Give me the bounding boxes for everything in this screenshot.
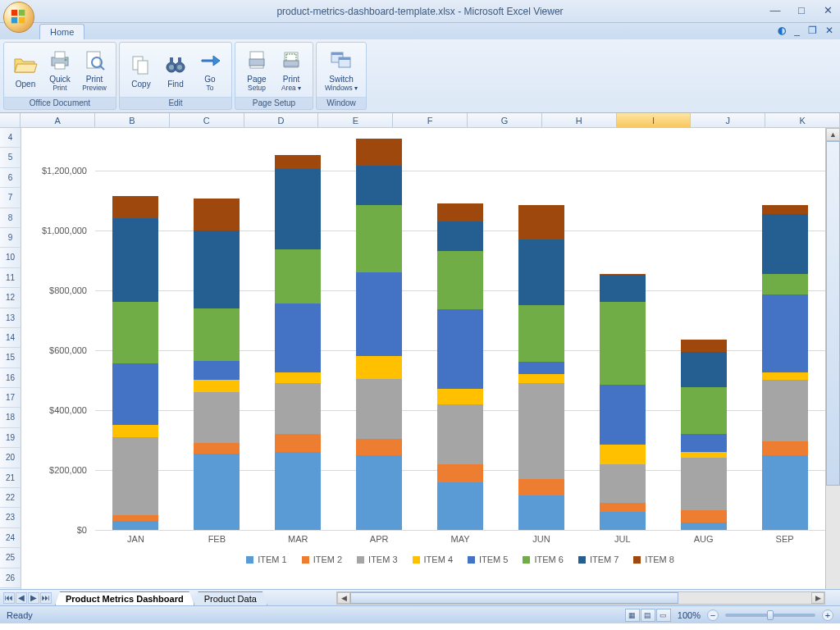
legend-item[interactable]: ITEM 4 — [413, 555, 453, 564]
row-header-21[interactable]: 21 — [0, 468, 21, 488]
row-header-10[interactable]: 10 — [0, 248, 21, 267]
row-header-11[interactable]: 11 — [0, 268, 21, 288]
bar-stack-FEB[interactable] — [194, 199, 240, 530]
zoom-in-button[interactable]: + — [822, 609, 833, 621]
column-header-K[interactable]: K — [765, 113, 840, 127]
copy-button[interactable]: Copy — [125, 50, 158, 90]
office-button[interactable] — [3, 2, 34, 33]
scroll-up-button[interactable]: ▲ — [826, 128, 840, 141]
vscroll-track[interactable] — [826, 486, 840, 591]
column-header-A[interactable]: A — [21, 113, 95, 127]
view-page-layout-button[interactable]: ▤ — [641, 609, 655, 622]
row-header-7[interactable]: 7 — [0, 188, 21, 208]
sheet-tab-product-data[interactable]: Product Data — [194, 591, 267, 605]
bar-slot-SEP — [744, 140, 825, 530]
goto-button[interactable]: GoTo — [194, 45, 226, 94]
row-header-17[interactable]: 17 — [0, 388, 21, 408]
bar-segment — [762, 214, 808, 274]
scroll-left-button[interactable]: ◀ — [337, 592, 350, 604]
scroll-right-button[interactable]: ▶ — [811, 592, 824, 604]
page-setup-button[interactable]: PageSetup — [240, 45, 273, 94]
help-icon[interactable]: ◐ — [778, 25, 786, 36]
row-header-26[interactable]: 26 — [0, 568, 21, 588]
print-area-button[interactable]: PrintArea ▾ — [275, 45, 308, 94]
tab-nav-last[interactable]: ⏭ — [40, 592, 52, 604]
row-header-14[interactable]: 14 — [0, 328, 21, 348]
doc-minimize-button[interactable]: _ — [794, 25, 800, 36]
row-header-25[interactable]: 25 — [0, 548, 21, 568]
open-button[interactable]: Open — [9, 50, 42, 90]
hscroll-track[interactable] — [678, 592, 811, 604]
row-header-19[interactable]: 19 — [0, 428, 21, 448]
row-header-13[interactable]: 13 — [0, 308, 21, 328]
print-preview-button[interactable]: PrintPreview — [78, 45, 111, 94]
view-page-break-button[interactable]: ▭ — [656, 609, 671, 622]
vscroll-thumb[interactable] — [826, 141, 840, 486]
row-header-6[interactable]: 6 — [0, 168, 21, 188]
row-header-22[interactable]: 22 — [0, 488, 21, 508]
zoom-level[interactable]: 100% — [678, 610, 701, 620]
row-header-18[interactable]: 18 — [0, 408, 21, 427]
bar-stack-SEP[interactable] — [762, 205, 808, 530]
column-header-C[interactable]: C — [170, 113, 244, 127]
tab-nav-next[interactable]: ▶ — [28, 592, 39, 604]
column-header-J[interactable]: J — [691, 113, 765, 127]
bar-stack-JUL[interactable] — [600, 274, 646, 530]
tab-home[interactable]: Home — [39, 24, 84, 39]
switch-windows-button[interactable]: SwitchWindows ▾ — [322, 45, 361, 94]
column-header-E[interactable]: E — [318, 113, 393, 127]
tab-nav-prev[interactable]: ◀ — [16, 592, 27, 604]
column-header-F[interactable]: F — [393, 113, 468, 127]
legend-item[interactable]: ITEM 6 — [523, 555, 563, 564]
legend-item[interactable]: ITEM 1 — [246, 555, 286, 564]
bar-stack-JUN[interactable] — [518, 205, 564, 530]
tab-nav-first[interactable]: ⏮ — [3, 592, 15, 604]
zoom-slider[interactable] — [725, 614, 815, 617]
row-header-12[interactable]: 12 — [0, 288, 21, 308]
column-header-G[interactable]: G — [468, 113, 542, 127]
legend-item[interactable]: ITEM 8 — [633, 555, 673, 564]
bar-segment — [194, 308, 240, 361]
column-header-D[interactable]: D — [244, 113, 319, 127]
svg-point-16 — [177, 65, 182, 70]
row-header-15[interactable]: 15 — [0, 348, 21, 368]
minimize-button[interactable]: — — [768, 3, 783, 16]
bar-stack-MAR[interactable] — [275, 155, 321, 530]
zoom-handle[interactable] — [767, 610, 774, 620]
doc-restore-button[interactable]: ❐ — [808, 25, 817, 36]
row-header-24[interactable]: 24 — [0, 528, 21, 548]
row-header-5[interactable]: 5 — [0, 148, 21, 167]
row-header-23[interactable]: 23 — [0, 508, 21, 527]
bar-stack-AUG[interactable] — [681, 340, 727, 530]
hscroll-thumb[interactable] — [350, 592, 678, 604]
row-header-20[interactable]: 20 — [0, 448, 21, 468]
bar-segment — [518, 362, 564, 374]
find-button[interactable]: Find — [159, 50, 192, 90]
column-header-B[interactable]: B — [95, 113, 170, 127]
bar-stack-MAY[interactable] — [437, 203, 483, 530]
horizontal-scrollbar[interactable]: ◀ ▶ — [336, 591, 825, 605]
select-all-corner[interactable] — [0, 113, 21, 127]
row-header-4[interactable]: 4 — [0, 128, 21, 148]
row-header-9[interactable]: 9 — [0, 228, 21, 248]
legend-item[interactable]: ITEM 3 — [357, 555, 397, 564]
plot-area — [95, 140, 825, 530]
vertical-scrollbar[interactable]: ▲ ▼ — [825, 128, 840, 604]
row-header-8[interactable]: 8 — [0, 208, 21, 228]
bar-segment — [275, 383, 321, 434]
zoom-out-button[interactable]: − — [707, 609, 719, 621]
doc-close-button[interactable]: ✕ — [825, 25, 833, 36]
legend-item[interactable]: ITEM 7 — [578, 555, 619, 564]
legend-item[interactable]: ITEM 2 — [302, 555, 342, 564]
row-header-16[interactable]: 16 — [0, 368, 21, 388]
quick-print-button[interactable]: QuickPrint — [43, 45, 76, 94]
view-normal-button[interactable]: ▦ — [625, 609, 640, 622]
maximize-button[interactable]: □ — [794, 3, 809, 16]
bar-stack-JAN[interactable] — [112, 196, 158, 530]
column-header-H[interactable]: H — [542, 113, 617, 127]
legend-item[interactable]: ITEM 5 — [468, 555, 508, 564]
close-button[interactable]: ✕ — [820, 3, 835, 16]
column-header-I[interactable]: I — [617, 113, 692, 127]
bar-stack-APR[interactable] — [356, 139, 402, 530]
sheet-tab-dashboard[interactable]: Product Metrics Dashboard — [55, 591, 194, 605]
